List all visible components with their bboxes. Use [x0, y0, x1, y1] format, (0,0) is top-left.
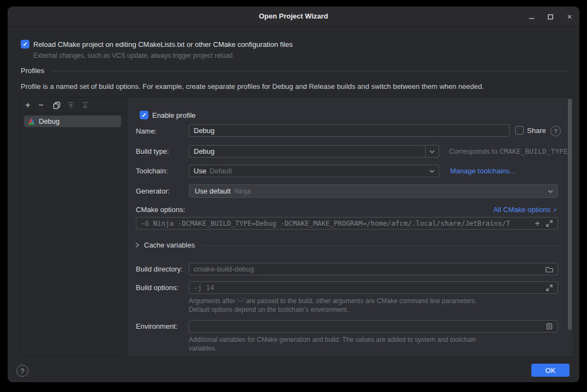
build-options-desc-line2: Default options depend on the toolchain’…	[189, 306, 349, 313]
chevron-down-icon	[425, 146, 439, 157]
expand-icon	[546, 220, 553, 227]
all-cmake-options-text: All CMake options	[493, 206, 550, 214]
generator-value: Use default	[189, 187, 231, 195]
enable-profile-checkbox[interactable]: ✓	[140, 111, 148, 119]
cmake-options-label: CMake options:	[136, 206, 185, 214]
minus-icon: −	[38, 101, 43, 110]
copy-profile-button[interactable]	[52, 100, 62, 110]
build-type-hint-text: Corresponds to	[449, 147, 500, 155]
cmake-icon	[27, 117, 35, 125]
build-directory-input[interactable]: cmake-build-debug	[189, 263, 558, 275]
browse-variables-icon[interactable]	[544, 323, 555, 330]
expand-icon	[546, 285, 553, 291]
profile-item-label: Debug	[39, 117, 59, 125]
title-bar[interactable]: Open Project Wizard ✕	[8, 7, 579, 27]
minimize-button[interactable]	[527, 12, 537, 22]
question-icon: ?	[20, 367, 24, 375]
build-type-hint-code: CMAKE_BUILD_TYPE	[500, 147, 568, 155]
add-option-button[interactable]: +	[531, 219, 543, 228]
add-profile-button[interactable]: +	[23, 100, 33, 110]
environment-description: Additional variables for CMake generatio…	[189, 335, 502, 353]
name-label: Name:	[136, 127, 157, 135]
minimize-icon	[529, 14, 535, 20]
maximize-button[interactable]	[546, 12, 555, 22]
share-checkbox[interactable]	[515, 126, 524, 135]
copy-icon	[53, 101, 61, 109]
reload-cmake-comment: External changes, such as VCS update, al…	[33, 52, 233, 59]
reload-cmake-label[interactable]: Reload CMake project on editing CMakeLis…	[33, 40, 292, 49]
environment-input[interactable]	[189, 320, 558, 333]
help-button[interactable]: ?	[16, 365, 28, 377]
toolchain-label: Toolchain:	[136, 167, 168, 175]
check-icon: ✓	[141, 112, 146, 118]
chevron-right-icon	[135, 242, 140, 248]
profiles-section-title: Profiles	[21, 67, 44, 75]
cache-variables-divider	[203, 245, 558, 246]
toolchain-value: Use	[189, 167, 206, 175]
open-project-wizard-dialog: Open Project Wizard ✕ ✓ Reload CMake pro…	[8, 7, 579, 382]
share-help-button[interactable]: ?	[550, 126, 561, 136]
environment-label: Environment:	[136, 322, 178, 330]
build-options-placeholder: -j 14	[194, 284, 544, 292]
profile-list-item-debug[interactable]: Debug	[24, 116, 121, 127]
profiles-divider	[51, 71, 567, 71]
build-options-input[interactable]: -j 14	[189, 281, 558, 294]
expand-field-button[interactable]	[543, 220, 555, 227]
move-down-icon	[81, 101, 89, 109]
name-input[interactable]	[189, 124, 510, 137]
toolchain-select[interactable]: Use Default	[189, 165, 439, 177]
profiles-description: Profile is a named set of build options.…	[21, 82, 484, 91]
profile-settings-panel: ✓ Enable profile Name: Share ? Build typ…	[127, 97, 574, 357]
enable-profile-label[interactable]: Enable profile	[152, 111, 196, 119]
build-directory-placeholder: cmake-build-debug	[194, 265, 544, 273]
cache-variables-toggle[interactable]: Cache variables	[135, 241, 195, 249]
close-button[interactable]: ✕	[565, 12, 574, 22]
move-down-button[interactable]	[80, 100, 90, 110]
build-type-select[interactable]: Debug	[189, 145, 439, 158]
build-directory-label: Build directory:	[136, 265, 183, 273]
folder-icon[interactable]	[544, 266, 555, 273]
close-icon: ✕	[567, 13, 572, 21]
remove-profile-button[interactable]: −	[36, 100, 46, 110]
dialog-title: Open Project Wizard	[8, 12, 579, 20]
generator-placeholder: Ninja	[235, 187, 251, 195]
screen: Open Project Wizard ✕ ✓ Reload CMake pro…	[0, 0, 587, 392]
check-icon: ✓	[22, 41, 27, 47]
share-label[interactable]: Share	[527, 126, 546, 135]
cmake-options-input[interactable]: -G Ninja -DCMAKE_BUILD_TYPE=Debug -DCMAK…	[136, 217, 558, 230]
generator-select[interactable]: Use default Ninja	[189, 184, 558, 198]
build-options-label: Build options:	[136, 284, 178, 292]
chevron-down-icon	[543, 189, 558, 194]
profiles-list-panel: + −	[20, 97, 127, 357]
move-up-button[interactable]	[66, 100, 76, 110]
external-link-icon: ↗	[553, 207, 557, 213]
plus-icon: +	[25, 101, 30, 110]
reload-cmake-checkbox[interactable]: ✓	[21, 40, 29, 49]
toolchain-placeholder: Default	[209, 167, 232, 175]
ok-button[interactable]: OK	[531, 364, 570, 377]
build-type-hint: Corresponds to CMAKE_BUILD_TYPE	[449, 147, 568, 155]
expand-field-button[interactable]	[544, 285, 555, 291]
build-type-value: Debug	[189, 147, 214, 155]
all-cmake-options-link[interactable]: All CMake options ↗	[493, 206, 557, 214]
build-type-label: Build type:	[136, 147, 169, 155]
cmake-options-value: -G Ninja -DCMAKE_BUILD_TYPE=Debug -DCMAK…	[141, 219, 531, 227]
generator-label: Generator:	[136, 187, 170, 195]
move-up-icon	[67, 101, 75, 109]
cache-variables-label: Cache variables	[144, 241, 195, 249]
question-icon: ?	[554, 128, 557, 135]
vertical-scrollbar[interactable]	[568, 99, 572, 330]
manage-toolchains-link[interactable]: Manage toolchains...	[450, 167, 516, 175]
chevron-down-icon	[426, 165, 439, 177]
build-options-desc-line1: Arguments after ‘--’ are passed to the b…	[189, 297, 477, 305]
plus-icon: +	[535, 219, 540, 228]
profiles-toolbar: + −	[20, 98, 127, 113]
maximize-icon	[548, 14, 553, 20]
